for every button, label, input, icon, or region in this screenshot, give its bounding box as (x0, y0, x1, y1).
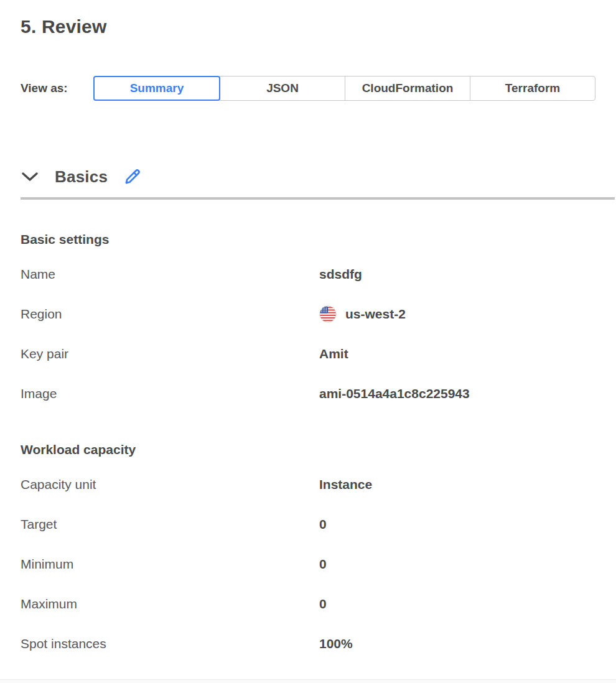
page-title: 5. Review (21, 16, 595, 37)
row-value: sdsdfg (319, 267, 362, 282)
us-flag-icon (319, 305, 337, 323)
row-label: Key pair (21, 346, 319, 361)
pencil-icon[interactable] (123, 167, 142, 187)
basics-section-header: Basics (21, 165, 595, 188)
row-label: Name (21, 267, 319, 282)
row-value: 0 (319, 517, 327, 532)
tab-summary[interactable]: Summary (93, 76, 220, 101)
row-value: us-west-2 (319, 305, 406, 323)
tab-json[interactable]: JSON (220, 76, 345, 101)
review-step-page: 5. Review View as: Summary JSON CloudFor… (0, 0, 616, 683)
chevron-down-icon[interactable] (21, 170, 39, 184)
basics-section-title: Basics (55, 167, 108, 187)
summary-row-image: Image ami-0514a4a1c8c225943 (21, 374, 595, 414)
row-label: Target (21, 517, 319, 532)
row-label: Capacity unit (21, 477, 319, 492)
row-value: 0 (319, 597, 327, 611)
summary-row-name: Name sdsdfg (21, 254, 595, 294)
region-value-text: us-west-2 (345, 307, 406, 322)
row-label: Spot instances (21, 636, 319, 651)
summary-row-minimum: Minimum 0 (21, 544, 595, 584)
row-label: Region (21, 307, 319, 322)
view-as-label: View as: (21, 81, 93, 95)
row-value: 0 (319, 557, 327, 572)
group-heading-workload-capacity: Workload capacity (21, 441, 595, 458)
summary-row-spot-instances: Spot instances 100% (21, 624, 595, 664)
row-value: ami-0514a4a1c8c225943 (319, 386, 470, 401)
summary-row-capacity-unit: Capacity unit Instance (21, 465, 595, 504)
section-divider (21, 197, 615, 200)
summary-row-keypair: Key pair Amit (21, 334, 595, 374)
bottom-section-divider (0, 679, 616, 683)
row-value: Instance (319, 477, 372, 492)
group-heading-basic-settings: Basic settings (21, 231, 595, 248)
view-as-tab-group: Summary JSON CloudFormation Terraform (93, 76, 595, 101)
basic-settings-group: Basic settings Name sdsdfg Region (21, 231, 595, 414)
summary-row-target: Target 0 (21, 504, 595, 544)
tab-terraform[interactable]: Terraform (470, 76, 595, 101)
summary-row-region: Region (21, 294, 595, 334)
row-label: Minimum (21, 557, 319, 572)
row-label: Image (21, 386, 319, 401)
view-as-row: View as: Summary JSON CloudFormation Ter… (21, 76, 595, 101)
tab-cloudformation[interactable]: CloudFormation (345, 76, 470, 101)
row-value: 100% (319, 636, 353, 651)
row-value: Amit (319, 346, 348, 361)
workload-capacity-group: Workload capacity Capacity unit Instance… (21, 441, 595, 664)
summary-row-maximum: Maximum 0 (21, 584, 595, 624)
row-label: Maximum (21, 597, 319, 611)
